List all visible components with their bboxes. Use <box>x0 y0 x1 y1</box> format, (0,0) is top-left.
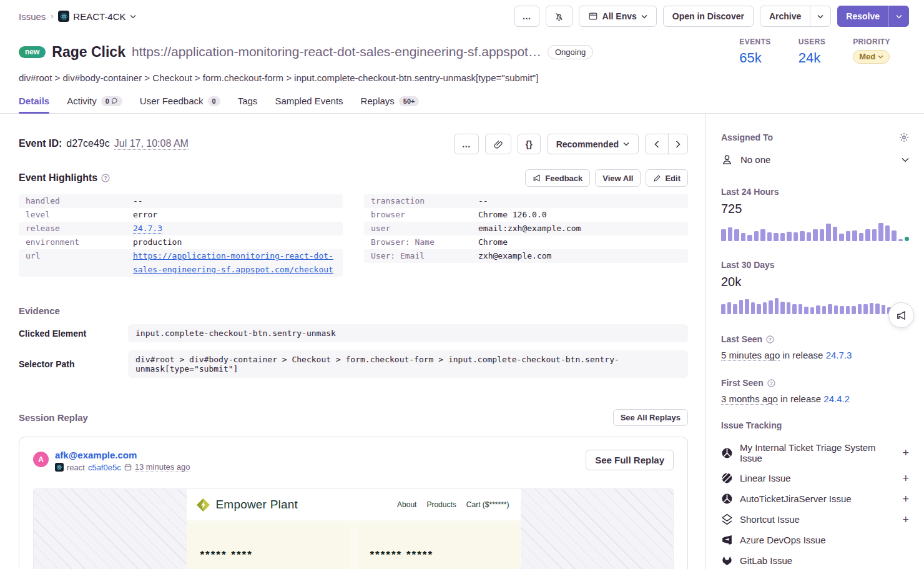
help-circle-icon[interactable]: ? <box>767 379 775 387</box>
archive-dropdown-button[interactable] <box>810 6 830 26</box>
url-link[interactable]: https://application-monitoring-react-dot… <box>133 251 333 274</box>
chart-bar <box>892 230 897 241</box>
events-stat-value[interactable]: 65k <box>739 50 761 66</box>
issue-short-id: REACT-4CK <box>73 11 125 22</box>
replay-user-link[interactable]: afk@example.com <box>55 450 190 460</box>
first-seen-label: First Seen ? <box>721 378 909 388</box>
previous-event-button[interactable] <box>646 134 668 154</box>
react-project-icon <box>58 11 69 22</box>
users-stat-value[interactable]: 24k <box>799 50 820 66</box>
edit-highlights-button[interactable]: Edit <box>646 169 688 187</box>
issue-title: Rage Click <box>52 44 125 61</box>
chart-bar <box>721 304 725 315</box>
add-issue-link-button[interactable]: + <box>902 493 909 505</box>
event-sort-dropdown[interactable]: Recommended <box>547 134 639 154</box>
resolve-button[interactable]: Resolve <box>837 6 888 27</box>
chart-bar <box>826 224 831 241</box>
gitlab-icon <box>721 555 733 567</box>
priority-selector[interactable]: Med <box>853 50 890 64</box>
ticket-triage-icon <box>721 493 733 505</box>
mute-alerts-button[interactable] <box>546 6 573 27</box>
last-seen-ago[interactable]: 5 minutes ago <box>721 350 780 361</box>
last-30-days-chart[interactable] <box>721 295 909 314</box>
comment-bubble-icon <box>111 97 118 104</box>
tab-replays[interactable]: Replays 50+ <box>361 96 420 113</box>
chart-bar <box>846 231 851 241</box>
event-timestamp[interactable]: Jul 17, 10:08 AM <box>114 138 189 150</box>
see-full-replay-button[interactable]: See Full Replay <box>586 450 674 470</box>
azure-devops-icon <box>721 534 733 546</box>
resolve-button-group: Resolve <box>837 6 909 27</box>
main-panel: Event ID: d27ce49c Jul 17, 10:08 AM … {}… <box>0 114 706 569</box>
tab-activity[interactable]: Activity 0 <box>67 96 122 113</box>
chevron-left-icon <box>654 141 659 148</box>
react-project-icon <box>55 463 64 472</box>
chart-bar <box>794 232 799 241</box>
chart-bar <box>799 304 803 314</box>
tab-details[interactable]: Details <box>19 96 49 113</box>
event-attachments-button[interactable] <box>485 134 511 154</box>
first-seen-release-link[interactable]: 24.4.2 <box>823 393 850 404</box>
replay-preview[interactable]: Empower Plant About Products Cart ($****… <box>33 488 674 569</box>
issue-tracking-row: Azure DevOps Issue <box>721 530 909 550</box>
next-event-button[interactable] <box>668 134 687 154</box>
breadcrumb-issue-id[interactable]: REACT-4CK <box>58 11 135 22</box>
event-json-button[interactable]: {} <box>518 134 541 154</box>
chart-bar <box>816 305 820 314</box>
chart-bar <box>872 229 877 241</box>
more-actions-button[interactable]: … <box>514 6 539 27</box>
top-bar: Issues › REACT-4CK … <box>0 0 924 27</box>
chart-bar <box>833 227 838 241</box>
session-replay-title: Session Replay <box>19 412 88 423</box>
add-issue-link-button[interactable]: + <box>902 514 909 525</box>
tab-sampled-events[interactable]: Sampled Events <box>275 96 343 113</box>
chart-bar <box>804 307 808 314</box>
event-more-button[interactable]: … <box>454 134 479 154</box>
replayed-site: Empower Plant About Products Cart ($****… <box>187 489 521 569</box>
last-seen-release-link[interactable]: 24.7.3 <box>826 350 852 360</box>
window-icon <box>588 11 598 21</box>
add-issue-link-button[interactable]: + <box>902 447 909 458</box>
breadcrumb-issues-link[interactable]: Issues <box>19 11 46 22</box>
last-24-hours-chart[interactable] <box>721 222 909 241</box>
replay-card: A afk@example.com react c5af0e5c <box>19 437 688 569</box>
add-issue-link-button[interactable]: + <box>902 473 909 484</box>
event-id-label: Event ID: <box>19 138 62 149</box>
gear-icon[interactable] <box>899 132 909 142</box>
replay-time-ago[interactable]: 13 minutes ago <box>135 462 190 472</box>
kv-row-release: release24.7.3 <box>19 222 343 235</box>
view-all-button[interactable]: View All <box>595 169 641 187</box>
chart-bar <box>745 299 749 314</box>
open-in-discover-button[interactable]: Open in Discover <box>663 6 754 27</box>
highlights-left-table: handled-- levelerror release24.7.3 envir… <box>19 194 343 277</box>
help-circle-icon[interactable]: ? <box>766 335 774 344</box>
resolve-dropdown-button[interactable] <box>888 6 909 27</box>
person-icon <box>721 154 733 166</box>
issue-tracking-row: Linear Issue + <box>721 468 909 488</box>
tab-user-feedback[interactable]: User Feedback 0 <box>140 96 220 113</box>
svg-text:?: ? <box>770 380 773 386</box>
first-seen-ago[interactable]: 3 months ago <box>721 393 778 405</box>
replay-release-link[interactable]: c5af0e5c <box>88 463 121 472</box>
empower-plant-logo-icon <box>195 497 211 513</box>
archive-button[interactable]: Archive <box>760 6 810 26</box>
see-all-replays-button[interactable]: See All Replays <box>613 409 688 426</box>
kv-row-user-email: User: Emailzxh@example.com <box>364 249 688 263</box>
site-brand: Empower Plant <box>195 497 298 513</box>
feedback-button[interactable]: Feedback <box>525 169 590 187</box>
release-link[interactable]: 24.7.3 <box>133 224 162 234</box>
feedback-fab-button[interactable] <box>888 302 914 328</box>
last-30-days-count: 20k <box>721 275 909 289</box>
help-circle-icon[interactable]: ? <box>101 174 110 182</box>
live-indicator-dot <box>905 237 909 241</box>
issue-tracking-row: Shortcut Issue + <box>721 509 909 530</box>
shortcut-icon <box>721 513 733 525</box>
chart-bar <box>767 232 772 241</box>
replay-meta: react c5af0e5c 13 minutes ago <box>55 462 190 472</box>
assignee-selector[interactable]: No one <box>721 154 909 166</box>
product-title: ****** ***** <box>370 549 507 562</box>
tab-tags[interactable]: Tags <box>238 96 258 113</box>
replay-project-name: react <box>67 463 85 472</box>
environment-selector[interactable]: All Envs <box>579 6 657 27</box>
chart-bar <box>807 232 812 241</box>
